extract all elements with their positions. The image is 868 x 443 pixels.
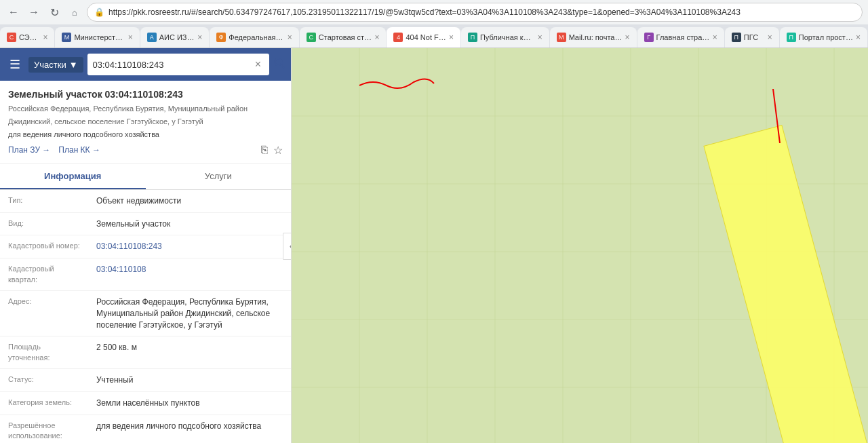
tab-label-pgs: ПГС: [744, 33, 758, 41]
tab-glavnaya[interactable]: Г Главная страниц... ×: [637, 27, 724, 47]
copy-icon[interactable]: ⎘: [261, 144, 268, 157]
prop-value-0: Объект недвижимости: [88, 190, 291, 212]
search-clear-button[interactable]: ×: [255, 58, 261, 71]
tab-close-pgs[interactable]: ×: [768, 33, 772, 42]
prop-value-3[interactable]: 03:04:110108: [88, 258, 291, 291]
tab-favicon-fed: Ф: [216, 33, 226, 42]
tab-pgs[interactable]: П ПГС ×: [725, 27, 779, 47]
plan-zu-link[interactable]: План ЗУ →: [8, 145, 50, 155]
search-button[interactable]: [273, 57, 285, 73]
star-icon[interactable]: ☆: [273, 144, 283, 157]
tab-404[interactable]: 4 404 Not Found ×: [387, 27, 460, 47]
table-row: Площадь уточненная:2 500 кв. м: [0, 336, 291, 369]
address-text: https://pkk.rosreestr.ru/#/search/50.634…: [108, 7, 741, 17]
object-title: Земельный участок 03:04:110108:243: [8, 89, 283, 100]
tab-services[interactable]: Услуги: [146, 164, 292, 189]
forward-button[interactable]: →: [26, 4, 42, 20]
object-address-line2: Джидинский, сельское поселение Гэгэтуйск…: [8, 117, 283, 127]
tab-favicon-start: С: [307, 33, 316, 42]
prop-label-3: Кадастровый квартал:: [0, 258, 88, 291]
prop-label-4: Адрес:: [0, 290, 88, 336]
svg-line-1: [281, 64, 284, 68]
table-row: Вид:Земельный участок: [0, 212, 291, 235]
tab-label-pkk: Публичная кадас...: [480, 33, 535, 41]
tab-close-ais[interactable]: ×: [197, 33, 202, 42]
tab-info[interactable]: Информация: [0, 164, 146, 189]
tab-mailru[interactable]: M Mail.ru: почта, по... ×: [550, 27, 637, 47]
tab-label-404: 404 Not Found: [406, 33, 446, 41]
home-button[interactable]: ⌂: [66, 4, 83, 20]
prop-label-7: Категория земель:: [0, 391, 88, 415]
chevron-down-icon: ▼: [69, 60, 78, 70]
tab-label-sed: СЭД РБ: [19, 33, 40, 41]
object-address-line1: Российская Федерация, Республика Бурятия…: [8, 104, 283, 114]
search-input[interactable]: [93, 60, 255, 70]
map-area[interactable]: [292, 48, 868, 443]
tab-label-start: Стартовая стран...: [319, 33, 372, 41]
main-layout: ☰ Участки ▼ × Земельный участок 03:04:11…: [0, 48, 868, 443]
prop-label-8: Разрешённое использование:: [0, 415, 88, 443]
prop-label-1: Вид:: [0, 212, 88, 235]
tab-label-fed: Федеральная рос...: [229, 33, 285, 41]
browser-chrome: ← → ↻ ⌂ 🔒 https://pkk.rosreestr.ru/#/sea…: [0, 0, 868, 48]
prop-value-4: Российская Федерация, Республика Бурятия…: [88, 290, 291, 336]
tab-favicon-pgs: П: [732, 33, 741, 42]
left-panel: ☰ Участки ▼ × Земельный участок 03:04:11…: [0, 48, 292, 443]
table-row: Кадастровый номер:03:04:110108:243: [0, 235, 291, 258]
tab-pkk[interactable]: П Публичная кадас... ×: [461, 27, 549, 47]
object-links: План ЗУ → План КК → ⎘ ☆: [8, 144, 283, 157]
prop-value-8: для ведения личного подсобного хозяйства: [88, 415, 291, 443]
tab-close-gl[interactable]: ×: [713, 33, 717, 42]
tabs-bar: С СЭД РБ × М Министерство и... × А АИС И…: [0, 24, 868, 47]
address-bar[interactable]: 🔒 https://pkk.rosreestr.ru/#/search/50.6…: [87, 3, 863, 22]
info-tabs: Информация Услуги: [0, 164, 291, 190]
tab-close-404[interactable]: ×: [449, 33, 454, 42]
back-button[interactable]: ←: [5, 4, 22, 20]
menu-button[interactable]: ☰: [5, 55, 24, 74]
tab-portal[interactable]: П Портал простран... ×: [780, 27, 867, 47]
tab-close-fed[interactable]: ×: [288, 33, 292, 42]
tab-label-min: Министерство и...: [74, 33, 125, 41]
search-type-label: Участки: [34, 60, 66, 70]
panel-toggle[interactable]: ‹: [283, 233, 292, 260]
tab-ministerstvo[interactable]: М Министерство и... ×: [55, 27, 139, 47]
tab-favicon-sed: С: [7, 33, 16, 42]
tab-ais-izk[interactable]: А АИС ИЗК РБ ×: [140, 27, 210, 47]
tab-close-pkk[interactable]: ×: [538, 33, 542, 42]
table-row: Адрес:Российская Федерация, Республика Б…: [0, 290, 291, 336]
table-row: Кадастровый квартал:03:04:110108: [0, 258, 291, 291]
tab-favicon-gl: Г: [644, 33, 654, 42]
prop-label-5: Площадь уточненная:: [0, 336, 88, 369]
refresh-button[interactable]: ↻: [46, 4, 62, 20]
tab-close-portal[interactable]: ×: [856, 33, 861, 42]
tab-close-start[interactable]: ×: [374, 33, 379, 42]
prop-label-2: Кадастровый номер:: [0, 235, 88, 258]
prop-label-6: Статус:: [0, 369, 88, 392]
plan-kk-link[interactable]: План КК →: [58, 145, 100, 155]
tab-label-gl: Главная страниц...: [656, 33, 710, 41]
tab-startovaya[interactable]: С Стартовая стран... ×: [300, 27, 387, 47]
nav-bar: ← → ↻ ⌂ 🔒 https://pkk.rosreestr.ru/#/sea…: [0, 0, 868, 24]
tab-favicon-pkk: П: [468, 33, 477, 42]
object-header: Земельный участок 03:04:110108:243 Росси…: [0, 81, 291, 164]
tab-favicon-portal: П: [787, 33, 796, 42]
tab-federal[interactable]: Ф Федеральная рос... ×: [210, 27, 299, 47]
table-row: Тип:Объект недвижимости: [0, 190, 291, 212]
tab-close-min[interactable]: ×: [128, 33, 133, 42]
prop-value-5: 2 500 кв. м: [88, 336, 291, 369]
tab-favicon-404: 4: [393, 33, 403, 42]
prop-value-7: Земли населённых пунктов: [88, 391, 291, 415]
lock-icon: 🔒: [94, 7, 104, 17]
tab-label-mail: Mail.ru: почта, по...: [569, 33, 623, 41]
action-icons: ⎘ ☆: [261, 144, 283, 157]
search-bar: ☰ Участки ▼ ×: [0, 48, 291, 81]
prop-value-1: Земельный участок: [88, 212, 291, 235]
prop-label-0: Тип:: [0, 190, 88, 212]
search-type-dropdown[interactable]: Участки ▼: [28, 57, 83, 73]
tab-sed-rb[interactable]: С СЭД РБ ×: [0, 27, 54, 47]
prop-value-2[interactable]: 03:04:110108:243: [88, 235, 291, 258]
tab-close-mail[interactable]: ×: [625, 33, 630, 42]
search-input-area: ×: [87, 54, 269, 75]
tab-close-sed[interactable]: ×: [43, 33, 47, 42]
object-purpose: для ведения личного подсобного хозяйства: [8, 130, 283, 138]
